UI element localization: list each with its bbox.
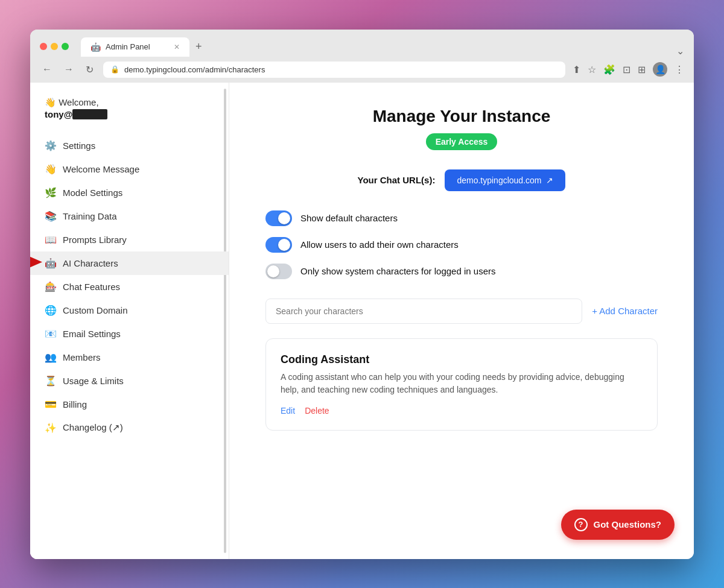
add-character-button[interactable]: + Add Character [592, 306, 658, 316]
welcome-icon: 👋 [45, 163, 57, 175]
sidebar-label-billing: Billing [63, 399, 87, 409]
chat-url-button[interactable]: demo.typingcloud.com ↗ [445, 169, 565, 191]
sidebar-item-chat-features[interactable]: 🎰 Chat Features [30, 275, 229, 299]
lock-icon: 🔒 [110, 65, 119, 74]
external-link-icon: ↗ [546, 175, 553, 185]
email-settings-icon: 📧 [45, 328, 57, 340]
svg-marker-0 [30, 249, 42, 276]
toggle-row-system-only: Only show system characters for logged i… [265, 264, 658, 279]
extensions-icon[interactable]: 🧩 [603, 64, 615, 75]
toggle-system-only[interactable] [265, 264, 292, 279]
close-button[interactable] [40, 43, 47, 50]
got-questions-label: Got Questions? [594, 519, 662, 530]
sidebar-item-ai-characters[interactable]: 🤖 AI Characters [30, 251, 229, 275]
sidebar-label-members: Members [63, 352, 101, 362]
sidebar: 👋 Welcome, tony@ ⚙️ Settings 👋 Welcome M… [30, 83, 229, 559]
chat-url-text: demo.typingcloud.com [457, 175, 541, 185]
toggle-show-default[interactable] [265, 210, 292, 226]
sidebar-item-custom-domain[interactable]: 🌐 Custom Domain [30, 299, 229, 322]
ai-characters-icon: 🤖 [45, 258, 57, 269]
toggles-section: Show default characters Allow users to a… [265, 210, 658, 279]
training-icon: 📚 [45, 210, 57, 222]
arrow-indicator [30, 249, 42, 277]
sidebar-item-settings[interactable]: ⚙️ Settings [30, 134, 229, 157]
sidebar-label-welcome: Welcome Message [63, 164, 139, 174]
sidebar-item-welcome-message[interactable]: 👋 Welcome Message [30, 157, 229, 181]
title-bar: 🤖 Admin Panel ✕ + ⌄ [30, 30, 694, 57]
main-content: Manage Your Instance Early Access Your C… [229, 83, 694, 559]
back-button[interactable]: ← [40, 63, 54, 76]
toggle-label-system-only: Only show system characters for logged i… [300, 266, 495, 276]
sidebar-label-chat-features: Chat Features [63, 282, 120, 292]
delete-character-link[interactable]: Delete [305, 406, 329, 416]
welcome-section: 👋 Welcome, tony@ [30, 97, 229, 134]
sidebar-item-prompts-library[interactable]: 📖 Prompts Library [30, 228, 229, 251]
got-questions-button[interactable]: ? Got Questions? [561, 510, 675, 540]
sidebar-item-members[interactable]: 👥 Members [30, 346, 229, 369]
tab-close-icon[interactable]: ✕ [174, 43, 180, 51]
toggle-label-allow-users: Allow users to add their own characters [300, 239, 459, 250]
character-name: Coding Assistant [281, 353, 643, 366]
sidebar-label-usage: Usage & Limits [63, 376, 124, 386]
toggle-knob [267, 265, 279, 277]
minimize-button[interactable] [51, 43, 58, 50]
share-icon[interactable]: ⬆ [573, 64, 580, 75]
sidebar-item-email-settings[interactable]: 📧 Email Settings [30, 322, 229, 346]
tabs-more-icon[interactable]: ⌄ [676, 45, 684, 57]
split-view-icon[interactable]: ⊡ [623, 64, 630, 75]
chat-features-icon: 🎰 [45, 281, 57, 292]
toggle-knob [278, 212, 290, 224]
tab-title: Admin Panel [106, 42, 150, 51]
browser-actions: ⬆ ☆ 🧩 ⊡ ⊞ 👤 ⋮ [573, 62, 684, 77]
browser-window: 🤖 Admin Panel ✕ + ⌄ ← → ↻ 🔒 demo.typingc… [30, 30, 694, 559]
billing-icon: 💳 [45, 399, 57, 410]
character-actions: Edit Delete [281, 406, 643, 416]
character-card: Coding Assistant A coding assistant who … [265, 338, 658, 431]
toggle-row-show-default: Show default characters [265, 210, 658, 226]
menu-icon[interactable]: ⋮ [675, 64, 684, 75]
character-description: A coding assistant who can help you with… [281, 371, 643, 396]
bookmark-icon[interactable]: ☆ [588, 64, 596, 75]
refresh-button[interactable]: ↻ [83, 63, 96, 77]
sidebar-nav: ⚙️ Settings 👋 Welcome Message 🌿 Model Se… [30, 134, 229, 440]
members-icon: 👥 [45, 352, 57, 363]
toggle-knob [278, 239, 290, 251]
tab-favicon: 🤖 [91, 42, 101, 52]
welcome-text: 👋 Welcome, [45, 97, 214, 108]
settings-icon: ⚙️ [45, 140, 57, 151]
maximize-button[interactable] [62, 43, 69, 50]
usage-icon: ⏳ [45, 375, 57, 387]
toggle-label-show-default: Show default characters [300, 213, 398, 223]
sidebar-label-changelog: Changelog (↗) [63, 422, 123, 433]
new-tab-button[interactable]: + [189, 37, 208, 57]
active-tab[interactable]: 🤖 Admin Panel ✕ [81, 37, 189, 57]
tabs-area: 🤖 Admin Panel ✕ + ⌄ [81, 37, 684, 57]
question-mark-icon: ? [574, 518, 588, 531]
sidebar-item-usage-limits[interactable]: ⏳ Usage & Limits [30, 369, 229, 393]
search-row: + Add Character [265, 299, 658, 324]
sidebar-label-ai-characters: AI Characters [63, 258, 118, 268]
toggle-allow-users[interactable] [265, 237, 292, 253]
sidebar-label-settings: Settings [63, 141, 95, 151]
changelog-icon: ✨ [45, 422, 57, 434]
prompts-icon: 📖 [45, 234, 57, 245]
sidebar-toggle-icon[interactable]: ⊞ [638, 64, 646, 75]
early-access-badge: Early Access [426, 133, 498, 150]
sidebar-item-billing[interactable]: 💳 Billing [30, 393, 229, 416]
sidebar-item-model-settings[interactable]: 🌿 Model Settings [30, 181, 229, 204]
sidebar-label-prompts: Prompts Library [63, 235, 127, 245]
sidebar-scrollbar[interactable] [224, 89, 226, 553]
edit-character-link[interactable]: Edit [281, 406, 295, 416]
url-text: demo.typingcloud.com/admin/characters [124, 65, 265, 74]
badge-container: Early Access [265, 133, 658, 150]
avatar[interactable]: 👤 [653, 62, 667, 77]
chat-url-section: Your Chat URL(s): demo.typingcloud.com ↗ [265, 169, 658, 191]
forward-button[interactable]: → [62, 63, 76, 76]
sidebar-item-changelog[interactable]: ✨ Changelog (↗) [30, 416, 229, 440]
sidebar-label-custom-domain: Custom Domain [63, 305, 128, 315]
search-input[interactable] [265, 299, 582, 324]
toggle-row-allow-users: Allow users to add their own characters [265, 237, 658, 253]
sidebar-item-training-data[interactable]: 📚 Training Data [30, 204, 229, 228]
url-bar[interactable]: 🔒 demo.typingcloud.com/admin/characters [103, 62, 565, 78]
app-body: 👋 Welcome, tony@ ⚙️ Settings 👋 Welcome M… [30, 83, 694, 559]
